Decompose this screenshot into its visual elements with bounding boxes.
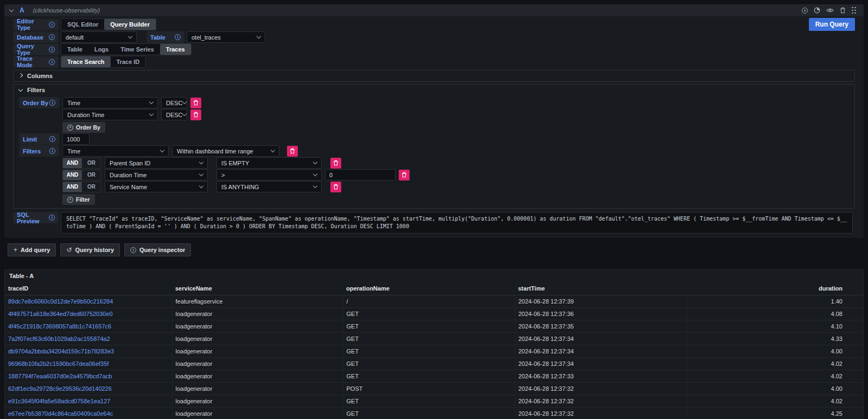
or-option[interactable]: OR — [82, 170, 101, 180]
tab-query-builder[interactable]: Query Builder — [104, 19, 156, 30]
filter-value-input[interactable] — [325, 169, 395, 181]
duration-cell: 4.33 — [687, 332, 863, 345]
table-row: db9704a2bbda34204d159c71b78283e3 loadgen… — [5, 345, 863, 357]
remove-query-button[interactable] — [840, 7, 846, 14]
table-row: 62df1ec9a29728c9e29536c20d140226 loadgen… — [5, 382, 863, 395]
and-option[interactable]: AND — [63, 170, 82, 180]
tab-table[interactable]: Table — [61, 44, 88, 55]
collapse-chevron-icon[interactable] — [9, 7, 14, 11]
filter-operator-select[interactable]: IS EMPTY — [216, 157, 322, 169]
panel-title: Table - A — [5, 270, 863, 282]
trace-id-link[interactable]: db9704a2bbda34204d159c71b78283e3 — [8, 348, 114, 354]
filter-condition-row: AND OR Duration Time > — [62, 169, 849, 181]
and-option[interactable]: AND — [63, 158, 82, 168]
filters-section-header[interactable]: Filters — [14, 85, 854, 95]
delete-order-by-button[interactable] — [190, 109, 201, 120]
trace-id-link[interactable]: 96968b10fa2b2c1590bc67dea06ef35f — [8, 360, 108, 367]
plus-icon: + — [14, 246, 17, 254]
trace-id-link[interactable]: 62df1ec9a29728c9e29536c20d140226 — [8, 385, 112, 392]
duration-cell: 4.00 — [687, 382, 863, 395]
start-time-cell: 2024-06-28 12:37:33 — [515, 370, 687, 382]
operation-name-cell: POST — [343, 382, 515, 395]
filter-operator-select[interactable]: IS ANYTHING — [216, 181, 322, 192]
info-icon[interactable]: i — [49, 136, 55, 142]
database-table-row: Database i default Table i otel_traces — [13, 31, 855, 43]
info-icon[interactable]: i — [49, 148, 55, 154]
limit-label: Limit i — [19, 133, 59, 145]
column-header-servicename[interactable]: serviceName — [172, 282, 343, 295]
order-by-field-select[interactable]: Duration Time — [62, 109, 158, 120]
add-filter-button[interactable]: + Filter — [62, 194, 95, 205]
and-option[interactable]: AND — [63, 182, 82, 192]
database-select[interactable]: default — [61, 31, 137, 43]
duplicate-query-button[interactable] — [802, 8, 808, 14]
drag-handle[interactable] — [852, 7, 856, 14]
query-type-toggle: Table Logs Time Series Traces — [61, 43, 192, 55]
operation-name-cell: / — [343, 295, 515, 307]
info-icon[interactable]: i — [49, 22, 55, 28]
filter-field-select[interactable]: Parent Span ID — [105, 157, 208, 169]
tab-trace-search[interactable]: Trace Search — [61, 56, 111, 67]
column-header-operationname[interactable]: operationName — [343, 282, 515, 295]
column-header-starttime[interactable]: startTime — [515, 282, 687, 295]
editor-type-toggle: SQL Editor Query Builder — [61, 18, 156, 30]
trace-id-link[interactable]: 4f45c21918c73698057a8b1c741657c6 — [8, 323, 111, 330]
info-icon[interactable]: i — [175, 34, 181, 40]
trace-id-link[interactable]: 4f497571a618e364ed7ded60752030e0 — [8, 311, 113, 317]
trace-id-link[interactable]: 89dc7e8c6060c0d12de7e9b50c216284 — [8, 298, 113, 305]
or-option[interactable]: OR — [82, 182, 101, 192]
info-icon[interactable]: i — [49, 215, 55, 221]
operation-name-cell: GET — [343, 407, 515, 419]
delete-filter-button[interactable] — [399, 170, 410, 181]
or-option[interactable]: OR — [82, 158, 101, 168]
results-table-panel: Table - A traceID serviceName operationN… — [4, 269, 864, 419]
delete-filter-button[interactable] — [330, 182, 341, 192]
trace-id-link[interactable]: e67ee7b53870d4c864ca50409ca0e64c — [8, 410, 113, 417]
info-icon[interactable]: i — [49, 100, 55, 106]
table-select[interactable]: otel_traces — [187, 31, 265, 43]
operation-name-cell: GET — [343, 395, 515, 407]
add-query-button[interactable]: + Add query — [8, 243, 56, 256]
order-by-direction-select[interactable]: DESC — [161, 97, 187, 108]
order-by-field-select[interactable]: Time — [62, 97, 158, 108]
filter-operator-select[interactable]: Within dashboard time range — [172, 145, 279, 157]
trace-mode-row: Trace Mode i Trace Search Trace ID — [13, 56, 855, 68]
trace-id-link[interactable]: 7a2f07ecf63c60b1029ab2ac155874a2 — [8, 336, 110, 342]
column-header-traceid[interactable]: traceID — [5, 282, 172, 295]
info-icon[interactable]: i — [49, 47, 55, 53]
order-by-direction-select[interactable]: DESC — [161, 109, 187, 120]
column-header-duration[interactable]: duration — [687, 282, 863, 295]
filter-field-select[interactable]: Duration Time — [105, 169, 208, 181]
hide-response-button[interactable] — [826, 8, 834, 13]
run-query-button[interactable]: Run Query — [809, 18, 855, 31]
query-inspector-button[interactable]: i Query inspector — [124, 243, 191, 256]
query-history-button[interactable]: ↺ Query history — [60, 243, 120, 256]
info-icon[interactable]: i — [49, 34, 55, 40]
filter-field-select[interactable]: Service Name — [105, 181, 208, 192]
info-icon[interactable]: i — [49, 59, 55, 65]
trace-id-link[interactable]: 1887794f7eaa6037d0e2a4579bcd7acb — [8, 373, 112, 379]
chevron-down-icon — [313, 160, 317, 164]
filter-operator-select[interactable]: > — [216, 169, 322, 181]
tab-time-series[interactable]: Time Series — [114, 44, 160, 55]
delete-filter-button[interactable] — [287, 146, 298, 157]
delete-order-by-button[interactable] — [190, 98, 201, 108]
operation-name-cell: GET — [343, 357, 515, 370]
tab-logs[interactable]: Logs — [88, 44, 114, 55]
order-by-row: Duration Time DESC — [62, 109, 849, 120]
datasource-name: (clickhouse-observability) — [33, 7, 100, 14]
filter-field-select[interactable]: Time — [62, 145, 169, 157]
conjunction-toggle: AND OR — [62, 170, 101, 181]
start-time-cell: 2024-06-28 12:37:34 — [515, 357, 687, 370]
tab-trace-id[interactable]: Trace ID — [111, 56, 146, 67]
add-order-by-button[interactable]: + Order By — [62, 122, 105, 133]
tab-sql-editor[interactable]: SQL Editor — [61, 19, 104, 30]
tab-traces[interactable]: Traces — [160, 44, 191, 55]
limit-input[interactable] — [62, 133, 90, 145]
trace-id-link[interactable]: e91c3645f04fa5e58adcd0758e1ea127 — [8, 398, 110, 404]
table-row: e67ee7b53870d4c864ca50409ca0e64c loadgen… — [5, 407, 863, 419]
columns-section-header[interactable]: Columns — [14, 70, 854, 81]
delete-filter-button[interactable] — [330, 158, 341, 169]
sql-preview-label: SQL Preview i — [13, 212, 59, 223]
query-history-icon-button[interactable] — [814, 7, 820, 14]
